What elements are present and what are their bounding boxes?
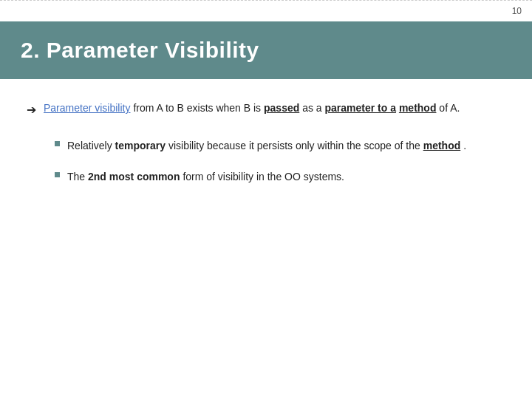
2nd-most-common-text: 2nd most common: [88, 171, 180, 183]
slide-number: 10: [512, 6, 522, 16]
bullet2-text2: form of visibility in the OO systems.: [183, 171, 344, 183]
content-area: ➔ Parameter visibility from A to B exist…: [0, 79, 532, 214]
slide-title: 2. Parameter Visibility: [21, 38, 511, 63]
parameter-visibility-term: Parameter visibility: [44, 102, 130, 114]
parameter-to-a-text: parameter to a: [325, 102, 396, 114]
main-text-1: from A to B exists when B is: [133, 102, 264, 114]
arrow-icon: ➔: [27, 100, 36, 120]
main-point-text: Parameter visibility from A to B exists …: [44, 100, 505, 116]
sub-bullets: Relatively temporary visibility because …: [55, 137, 505, 185]
bullet1-text2: visibility because it persists only with…: [168, 140, 423, 151]
sub-bullet-1: Relatively temporary visibility because …: [55, 137, 505, 154]
sub-bullet-2: The 2nd most common form of visibility i…: [55, 168, 505, 185]
bullet2-text1: The: [67, 171, 88, 183]
top-divider: [0, 0, 532, 1]
temporary-text: temporary: [115, 140, 166, 151]
main-text-2: as a: [302, 102, 324, 114]
header-band: 2. Parameter Visibility: [0, 21, 532, 79]
sub-bullet-1-text: Relatively temporary visibility because …: [67, 137, 505, 154]
bullet-square-1: [55, 141, 60, 146]
bullet-square-2: [55, 172, 60, 177]
passed-text: passed: [264, 102, 299, 114]
method-text: method: [399, 102, 437, 114]
method-text-2: method: [423, 140, 461, 151]
main-point: ➔ Parameter visibility from A to B exist…: [27, 100, 505, 120]
bullet1-text1: Relatively: [67, 140, 115, 151]
main-text-4: of A.: [439, 102, 460, 114]
bullet1-text3: .: [463, 140, 466, 151]
sub-bullet-2-text: The 2nd most common form of visibility i…: [67, 168, 505, 185]
